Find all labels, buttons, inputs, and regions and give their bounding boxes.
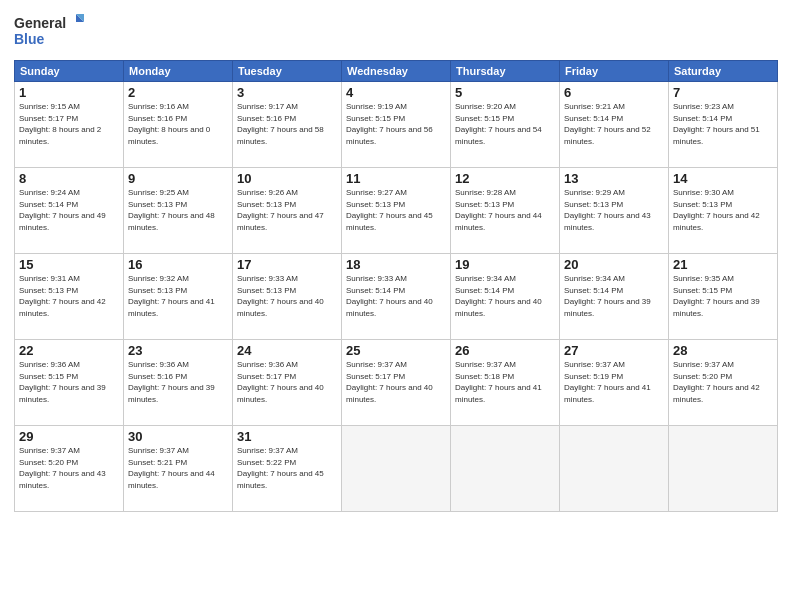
day-info: Sunrise: 9:33 AMSunset: 5:13 PMDaylight:… bbox=[237, 273, 337, 319]
calendar-week-3: 15Sunrise: 9:31 AMSunset: 5:13 PMDayligh… bbox=[15, 254, 778, 340]
day-info: Sunrise: 9:30 AMSunset: 5:13 PMDaylight:… bbox=[673, 187, 773, 233]
day-number: 13 bbox=[564, 171, 664, 186]
calendar-week-2: 8Sunrise: 9:24 AMSunset: 5:14 PMDaylight… bbox=[15, 168, 778, 254]
calendar-cell: 4Sunrise: 9:19 AMSunset: 5:15 PMDaylight… bbox=[342, 82, 451, 168]
weekday-header-sunday: Sunday bbox=[15, 61, 124, 82]
day-number: 7 bbox=[673, 85, 773, 100]
day-number: 12 bbox=[455, 171, 555, 186]
calendar-cell: 16Sunrise: 9:32 AMSunset: 5:13 PMDayligh… bbox=[124, 254, 233, 340]
calendar-cell: 13Sunrise: 9:29 AMSunset: 5:13 PMDayligh… bbox=[560, 168, 669, 254]
day-number: 19 bbox=[455, 257, 555, 272]
calendar-cell: 1Sunrise: 9:15 AMSunset: 5:17 PMDaylight… bbox=[15, 82, 124, 168]
day-number: 8 bbox=[19, 171, 119, 186]
calendar-cell bbox=[451, 426, 560, 512]
calendar-cell: 12Sunrise: 9:28 AMSunset: 5:13 PMDayligh… bbox=[451, 168, 560, 254]
day-number: 5 bbox=[455, 85, 555, 100]
calendar-cell: 25Sunrise: 9:37 AMSunset: 5:17 PMDayligh… bbox=[342, 340, 451, 426]
weekday-header-saturday: Saturday bbox=[669, 61, 778, 82]
calendar-cell: 10Sunrise: 9:26 AMSunset: 5:13 PMDayligh… bbox=[233, 168, 342, 254]
calendar-cell: 28Sunrise: 9:37 AMSunset: 5:20 PMDayligh… bbox=[669, 340, 778, 426]
calendar-cell bbox=[342, 426, 451, 512]
calendar-cell: 7Sunrise: 9:23 AMSunset: 5:14 PMDaylight… bbox=[669, 82, 778, 168]
calendar-cell: 27Sunrise: 9:37 AMSunset: 5:19 PMDayligh… bbox=[560, 340, 669, 426]
day-number: 29 bbox=[19, 429, 119, 444]
day-info: Sunrise: 9:37 AMSunset: 5:22 PMDaylight:… bbox=[237, 445, 337, 491]
day-number: 17 bbox=[237, 257, 337, 272]
day-number: 30 bbox=[128, 429, 228, 444]
day-info: Sunrise: 9:17 AMSunset: 5:16 PMDaylight:… bbox=[237, 101, 337, 147]
day-number: 15 bbox=[19, 257, 119, 272]
day-number: 24 bbox=[237, 343, 337, 358]
calendar-cell: 8Sunrise: 9:24 AMSunset: 5:14 PMDaylight… bbox=[15, 168, 124, 254]
day-info: Sunrise: 9:32 AMSunset: 5:13 PMDaylight:… bbox=[128, 273, 228, 319]
day-info: Sunrise: 9:19 AMSunset: 5:15 PMDaylight:… bbox=[346, 101, 446, 147]
day-info: Sunrise: 9:27 AMSunset: 5:13 PMDaylight:… bbox=[346, 187, 446, 233]
day-info: Sunrise: 9:37 AMSunset: 5:20 PMDaylight:… bbox=[673, 359, 773, 405]
day-info: Sunrise: 9:25 AMSunset: 5:13 PMDaylight:… bbox=[128, 187, 228, 233]
day-info: Sunrise: 9:24 AMSunset: 5:14 PMDaylight:… bbox=[19, 187, 119, 233]
day-info: Sunrise: 9:37 AMSunset: 5:21 PMDaylight:… bbox=[128, 445, 228, 491]
logo: General Blue bbox=[14, 12, 84, 52]
svg-text:General: General bbox=[14, 15, 66, 31]
day-number: 18 bbox=[346, 257, 446, 272]
day-info: Sunrise: 9:31 AMSunset: 5:13 PMDaylight:… bbox=[19, 273, 119, 319]
calendar-cell: 9Sunrise: 9:25 AMSunset: 5:13 PMDaylight… bbox=[124, 168, 233, 254]
calendar-cell: 26Sunrise: 9:37 AMSunset: 5:18 PMDayligh… bbox=[451, 340, 560, 426]
day-number: 9 bbox=[128, 171, 228, 186]
day-number: 11 bbox=[346, 171, 446, 186]
day-number: 6 bbox=[564, 85, 664, 100]
day-number: 10 bbox=[237, 171, 337, 186]
calendar-cell: 19Sunrise: 9:34 AMSunset: 5:14 PMDayligh… bbox=[451, 254, 560, 340]
day-info: Sunrise: 9:28 AMSunset: 5:13 PMDaylight:… bbox=[455, 187, 555, 233]
calendar-week-5: 29Sunrise: 9:37 AMSunset: 5:20 PMDayligh… bbox=[15, 426, 778, 512]
day-number: 3 bbox=[237, 85, 337, 100]
calendar-cell bbox=[669, 426, 778, 512]
calendar-cell bbox=[560, 426, 669, 512]
day-info: Sunrise: 9:36 AMSunset: 5:16 PMDaylight:… bbox=[128, 359, 228, 405]
calendar-cell: 30Sunrise: 9:37 AMSunset: 5:21 PMDayligh… bbox=[124, 426, 233, 512]
calendar-cell: 24Sunrise: 9:36 AMSunset: 5:17 PMDayligh… bbox=[233, 340, 342, 426]
calendar-cell: 20Sunrise: 9:34 AMSunset: 5:14 PMDayligh… bbox=[560, 254, 669, 340]
page-header: General Blue bbox=[14, 12, 778, 52]
day-info: Sunrise: 9:36 AMSunset: 5:15 PMDaylight:… bbox=[19, 359, 119, 405]
calendar-week-1: 1Sunrise: 9:15 AMSunset: 5:17 PMDaylight… bbox=[15, 82, 778, 168]
calendar-cell: 29Sunrise: 9:37 AMSunset: 5:20 PMDayligh… bbox=[15, 426, 124, 512]
calendar-cell: 17Sunrise: 9:33 AMSunset: 5:13 PMDayligh… bbox=[233, 254, 342, 340]
calendar-cell: 14Sunrise: 9:30 AMSunset: 5:13 PMDayligh… bbox=[669, 168, 778, 254]
weekday-header-thursday: Thursday bbox=[451, 61, 560, 82]
weekday-header-monday: Monday bbox=[124, 61, 233, 82]
day-info: Sunrise: 9:34 AMSunset: 5:14 PMDaylight:… bbox=[455, 273, 555, 319]
day-info: Sunrise: 9:37 AMSunset: 5:17 PMDaylight:… bbox=[346, 359, 446, 405]
calendar-cell: 22Sunrise: 9:36 AMSunset: 5:15 PMDayligh… bbox=[15, 340, 124, 426]
day-number: 27 bbox=[564, 343, 664, 358]
calendar-cell: 2Sunrise: 9:16 AMSunset: 5:16 PMDaylight… bbox=[124, 82, 233, 168]
day-info: Sunrise: 9:35 AMSunset: 5:15 PMDaylight:… bbox=[673, 273, 773, 319]
day-info: Sunrise: 9:16 AMSunset: 5:16 PMDaylight:… bbox=[128, 101, 228, 147]
day-info: Sunrise: 9:33 AMSunset: 5:14 PMDaylight:… bbox=[346, 273, 446, 319]
day-info: Sunrise: 9:23 AMSunset: 5:14 PMDaylight:… bbox=[673, 101, 773, 147]
calendar-cell: 3Sunrise: 9:17 AMSunset: 5:16 PMDaylight… bbox=[233, 82, 342, 168]
day-info: Sunrise: 9:37 AMSunset: 5:18 PMDaylight:… bbox=[455, 359, 555, 405]
day-info: Sunrise: 9:15 AMSunset: 5:17 PMDaylight:… bbox=[19, 101, 119, 147]
calendar-week-4: 22Sunrise: 9:36 AMSunset: 5:15 PMDayligh… bbox=[15, 340, 778, 426]
day-number: 4 bbox=[346, 85, 446, 100]
calendar-cell: 11Sunrise: 9:27 AMSunset: 5:13 PMDayligh… bbox=[342, 168, 451, 254]
day-number: 20 bbox=[564, 257, 664, 272]
calendar-cell: 31Sunrise: 9:37 AMSunset: 5:22 PMDayligh… bbox=[233, 426, 342, 512]
day-info: Sunrise: 9:36 AMSunset: 5:17 PMDaylight:… bbox=[237, 359, 337, 405]
day-number: 31 bbox=[237, 429, 337, 444]
weekday-header-tuesday: Tuesday bbox=[233, 61, 342, 82]
day-number: 25 bbox=[346, 343, 446, 358]
day-number: 22 bbox=[19, 343, 119, 358]
calendar-table: SundayMondayTuesdayWednesdayThursdayFrid… bbox=[14, 60, 778, 512]
day-info: Sunrise: 9:21 AMSunset: 5:14 PMDaylight:… bbox=[564, 101, 664, 147]
weekday-header-friday: Friday bbox=[560, 61, 669, 82]
calendar-cell: 21Sunrise: 9:35 AMSunset: 5:15 PMDayligh… bbox=[669, 254, 778, 340]
day-number: 26 bbox=[455, 343, 555, 358]
day-info: Sunrise: 9:29 AMSunset: 5:13 PMDaylight:… bbox=[564, 187, 664, 233]
day-number: 14 bbox=[673, 171, 773, 186]
calendar-cell: 15Sunrise: 9:31 AMSunset: 5:13 PMDayligh… bbox=[15, 254, 124, 340]
day-info: Sunrise: 9:34 AMSunset: 5:14 PMDaylight:… bbox=[564, 273, 664, 319]
day-number: 16 bbox=[128, 257, 228, 272]
day-number: 23 bbox=[128, 343, 228, 358]
